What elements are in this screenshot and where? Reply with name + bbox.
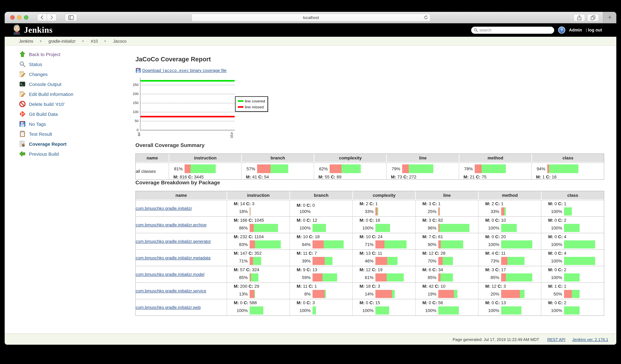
sidebar-item-coverage-report[interactable]: Coverage Report [19, 139, 128, 149]
coverage-bar [250, 273, 259, 281]
column-header-class[interactable]: class [541, 191, 604, 200]
sidebar-item-delete-build-10[interactable]: Delete build ‘#10’ [19, 99, 128, 109]
minimize-window-button[interactable] [17, 15, 21, 20]
coverage-percent: 14% [353, 292, 374, 296]
search-help-button[interactable]: ? [558, 26, 565, 34]
column-header-complexity[interactable]: complexity [352, 191, 415, 200]
missed-covered-counts: M: 0 C: 56 [422, 300, 478, 305]
breadcrumb-item-10[interactable]: #10 [91, 39, 98, 43]
sidebar-item-edit-build-information[interactable]: Edit Build Information [19, 89, 128, 99]
coverage-bar [402, 164, 433, 173]
footer-link-jenkins-ver-2-176-1[interactable]: Jenkins ver. 2.176.1 [572, 337, 608, 342]
package-link-com-bmuschko-gradle-initializr-metadata[interactable]: com.bmuschko.gradle.initializr.metadata [136, 256, 210, 260]
sidebar-item-changes[interactable]: Changes [19, 69, 128, 79]
bar-missed-segment [250, 257, 253, 265]
share-button[interactable] [573, 14, 585, 21]
coverage-percent: 100% [353, 308, 374, 313]
column-header-instruction[interactable]: instruction [169, 154, 241, 163]
coverage-bar [547, 164, 578, 173]
coverage-cell: 57%M: 41 C: 54 [241, 163, 314, 179]
package-link-com-bmuschko-gradle-initializr[interactable]: com.bmuschko.gradle.initializr [136, 206, 192, 211]
missed-covered-counts: M: 14 C: 3 [234, 201, 290, 206]
bar-missed-segment [438, 273, 440, 281]
sidebar-toggle-button[interactable] [65, 14, 77, 21]
forward-button[interactable] [47, 14, 57, 21]
chart-gridline [140, 121, 235, 121]
column-header-name[interactable]: name [136, 154, 169, 163]
bar-covered-segment [312, 306, 316, 314]
sidebar-item-git-build-data[interactable]: Git Build Data [19, 109, 128, 119]
column-header-class[interactable]: class [531, 154, 604, 163]
sidebar-item-previous-build[interactable]: Previous Build [19, 149, 128, 159]
reload-button[interactable] [424, 15, 428, 20]
table-row: com.bmuschko.gradle.initializr.webM: 0 C… [136, 299, 604, 315]
coverage-bar [312, 240, 344, 248]
sidebar-item-console-output[interactable]: Console Output [19, 79, 128, 89]
user-link[interactable]: Admin [569, 28, 582, 32]
download-exec-link[interactable]: Download jacoco.exec binary coverage fil… [142, 68, 226, 73]
bar-missed-segment [312, 273, 323, 281]
column-header-instruction[interactable]: instruction [227, 191, 290, 200]
column-header-branch[interactable]: branch [241, 154, 314, 163]
breadcrumb-item-gradle-initializr[interactable]: gradle-initializr [49, 39, 76, 43]
coverage-cell: M: 9 C: 1359% [290, 266, 352, 282]
logout-link[interactable]: log out [588, 28, 602, 32]
percent-bar-row: 100% [353, 224, 415, 232]
missed-covered-counts: M: 0 C: 588 [234, 300, 290, 305]
package-link-com-bmuschko-gradle-initializr-generator[interactable]: com.bmuschko.gradle.initializr.generator [136, 239, 211, 244]
package-link-com-bmuschko-gradle-initializr-archive[interactable]: com.bmuschko.gradle.initializr.archive [136, 223, 207, 227]
package-name-cell: com.bmuschko.gradle.initializr [136, 200, 227, 216]
close-window-button[interactable] [10, 15, 15, 20]
coverage-bar [375, 240, 407, 248]
bar-missed-segment [501, 290, 520, 298]
bar-missed-segment [375, 290, 392, 298]
tab-overview-button[interactable] [587, 14, 599, 21]
footer-link-rest-api[interactable]: REST API [547, 337, 566, 342]
breadcrumb-item-jenkins[interactable]: Jenkins [19, 39, 33, 43]
package-link-com-bmuschko-gradle-initializr-model[interactable]: com.bmuschko.gradle.initializr.model [136, 272, 204, 277]
coverage-cell: M: 0 C: 2100% [541, 216, 604, 233]
missed-covered-counts: M: 2 C: 1 [485, 201, 541, 206]
sidebar-item-label: Console Output [29, 81, 61, 87]
coverage-cell: M: 0 C: 20100% [478, 233, 541, 249]
package-link-com-bmuschko-gradle-initializr-service[interactable]: com.bmuschko.gradle.initializr.service [136, 289, 206, 293]
y-axis-tick-label: 150 [126, 101, 138, 105]
column-header-name[interactable]: name [136, 191, 227, 200]
y-axis-tick-label: 100 [126, 110, 138, 114]
breadcrumb: Jenkinsgradle-initializr#10Jacoco [5, 37, 616, 46]
percent-bar-row: 14% [353, 290, 415, 298]
percent-bar-row: 70% [415, 257, 478, 265]
address-bar[interactable]: localhost [191, 14, 431, 21]
sidebar-item-status[interactable]: Status [19, 59, 128, 69]
x-axis-tick-label: #10 [230, 132, 234, 138]
column-header-method[interactable]: method [459, 154, 531, 163]
jenkins-home-link[interactable]: Jenkins [12, 24, 52, 36]
percent-bar-row: 94% [532, 164, 604, 173]
coverage-cell: M: 6 C: 3485% [415, 266, 478, 282]
column-header-branch[interactable]: branch [290, 191, 352, 200]
column-header-method[interactable]: method [478, 191, 541, 200]
sidebar-item-no-tags[interactable]: No Tags [19, 119, 128, 129]
new-tab-button[interactable]: + [603, 12, 616, 23]
coverage-percent: 79% [387, 166, 400, 171]
sidebar-item-back-to-project[interactable]: Back to Project [19, 49, 128, 59]
column-header-line[interactable]: line [386, 154, 459, 163]
sidebar-item-test-result[interactable]: Test Result [19, 129, 128, 139]
back-button[interactable] [37, 14, 47, 21]
breadcrumb-item-jacoco[interactable]: Jacoco [113, 39, 126, 43]
column-header-complexity[interactable]: complexity [314, 154, 386, 163]
zoom-window-button[interactable] [24, 15, 28, 20]
header-search-input[interactable]: search [471, 26, 554, 34]
coverage-percent: 50% [541, 292, 562, 296]
package-link-com-bmuschko-gradle-initializr-web[interactable]: com.bmuschko.gradle.initializr.web [136, 305, 201, 310]
coverage-bar [375, 273, 404, 281]
coverage-bar [564, 290, 580, 298]
coverage-cell: M: 0 C: 1100% [541, 200, 604, 216]
coverage-cell: M: 2 C: 133% [478, 200, 541, 216]
search-icon [474, 28, 478, 32]
column-header-line[interactable]: line [415, 191, 478, 200]
missed-covered-counts: M: 9 C: 13 [297, 267, 352, 272]
bar-missed-segment [501, 257, 508, 265]
bar-missed-segment [330, 164, 342, 173]
percent-bar-row: 100% [478, 240, 541, 248]
